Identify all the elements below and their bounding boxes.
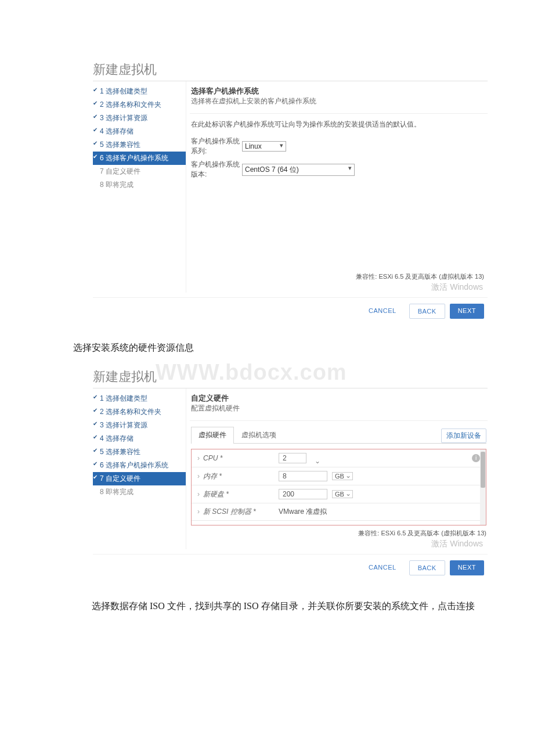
compat-footer: 兼容性: ESXi 6.5 及更高版本 (虚拟机版本 13) xyxy=(191,272,484,281)
back-button[interactable]: BACK xyxy=(409,560,445,575)
windows-activate-wm: 激活 Windows xyxy=(191,282,483,293)
wizard-dialog-step7: 新建虚拟机 1 选择创建类型 2 选择名称和文件夹 3 选择计算资源 4 选择存… xyxy=(93,368,488,581)
doc-caption-2: 选择数据存储 ISO 文件，找到共享的 ISO 存储目录，并关联你所要安装的系统… xyxy=(73,599,534,614)
back-button[interactable]: BACK xyxy=(409,304,445,319)
chevron-right-icon[interactable]: › xyxy=(197,472,200,480)
tab-virtual-hardware[interactable]: 虚拟硬件 xyxy=(191,427,234,444)
row-memory-label: 内存 * xyxy=(203,472,222,480)
step-4[interactable]: 4 选择存储 xyxy=(93,432,186,445)
next-button[interactable]: NEXT xyxy=(450,560,484,575)
windows-activate-wm: 激活 Windows xyxy=(191,539,483,549)
cpu-value-select[interactable]: 2 xyxy=(279,453,306,463)
memory-unit-select[interactable]: GB xyxy=(332,472,353,480)
hardware-list: ›CPU * 2 i ›内存 * 8 GB xyxy=(191,449,486,525)
row-disk-label: 新硬盘 * xyxy=(203,490,229,498)
wizard-dialog-step6: 新建虚拟机 1 选择创建类型 2 选择名称和文件夹 3 选择计算资源 4 选择存… xyxy=(93,61,488,325)
step-8: 8 即将完成 xyxy=(93,485,186,499)
scsi-value: VMware 准虚拟 xyxy=(279,507,327,517)
step-1[interactable]: 1 选择创建类型 xyxy=(93,392,186,405)
step-5[interactable]: 5 选择兼容性 xyxy=(93,445,186,459)
step-3[interactable]: 3 选择计算资源 xyxy=(93,419,186,432)
next-button[interactable]: NEXT xyxy=(450,304,484,319)
step-6[interactable]: 6 选择客户机操作系统 xyxy=(93,459,186,472)
row-scsi-label: 新 SCSI 控制器 * xyxy=(203,507,256,516)
cancel-button[interactable]: CANCEL xyxy=(360,560,405,575)
hardware-scrollbar[interactable] xyxy=(480,449,486,525)
dialog-title: 新建虚拟机 xyxy=(93,61,488,78)
memory-value-input[interactable]: 8 xyxy=(279,471,327,481)
wizard-content: 自定义硬件 配置虚拟机硬件 虚拟硬件 虚拟机选项 添加新设备 ›CPU * 2 xyxy=(186,388,488,549)
cancel-button[interactable]: CANCEL xyxy=(360,304,405,319)
row-network-label: 新网络 * xyxy=(203,525,229,525)
content-subtitle: 选择将在虚拟机上安装的客户机操作系统 xyxy=(191,96,486,106)
step-2[interactable]: 2 选择名称和文件夹 xyxy=(93,98,186,111)
chevron-right-icon[interactable]: › xyxy=(197,507,200,516)
chevron-right-icon[interactable]: › xyxy=(197,525,200,525)
tab-vm-options[interactable]: 虚拟机选项 xyxy=(234,427,284,443)
compat-footer: 兼容性: ESXi 6.5 及更高版本 (虚拟机版本 13) xyxy=(191,529,486,538)
info-icon[interactable]: i xyxy=(472,454,480,462)
content-desc: 在此处标识客户机操作系统可让向导为操作系统的安装提供适当的默认值。 xyxy=(191,120,486,129)
step-8: 8 即将完成 xyxy=(93,178,186,192)
wizard-steps-sidebar: 1 选择创建类型 2 选择名称和文件夹 3 选择计算资源 4 选择存储 5 选择… xyxy=(93,388,186,549)
chevron-right-icon[interactable]: › xyxy=(197,490,200,498)
step-6[interactable]: 6 选择客户机操作系统 xyxy=(93,152,186,165)
step-5[interactable]: 5 选择兼容性 xyxy=(93,138,186,152)
add-device-button[interactable]: 添加新设备 xyxy=(441,429,486,443)
connect-label: 连接 xyxy=(466,524,480,525)
os-version-select[interactable]: CentOS 7 (64 位) xyxy=(242,164,355,176)
disk-unit-select[interactable]: GB xyxy=(332,490,353,498)
chevron-right-icon[interactable]: › xyxy=(197,454,200,462)
row-cpu-label: CPU * xyxy=(203,454,222,462)
os-family-select[interactable]: Linux xyxy=(242,141,286,152)
dialog-title: 新建虚拟机 xyxy=(93,368,488,386)
content-subtitle: 配置虚拟机硬件 xyxy=(191,404,486,413)
disk-value-input[interactable]: 200 xyxy=(279,489,327,499)
wizard-content: 选择客户机操作系统 选择将在虚拟机上安装的客户机操作系统 在此处标识客户机操作系… xyxy=(186,81,488,293)
os-family-label: 客户机操作系统系列: xyxy=(191,136,242,156)
wizard-steps-sidebar: 1 选择创建类型 2 选择名称和文件夹 3 选择计算资源 4 选择存储 5 选择… xyxy=(93,81,186,293)
step-7: 7 自定义硬件 xyxy=(93,165,186,178)
os-version-label: 客户机操作系统版本: xyxy=(191,160,242,179)
content-title: 选择客户机操作系统 xyxy=(191,86,486,96)
content-title: 自定义硬件 xyxy=(191,393,486,404)
step-4[interactable]: 4 选择存储 xyxy=(93,125,186,138)
step-7[interactable]: 7 自定义硬件 xyxy=(93,472,186,485)
doc-caption-1: 选择安装系统的硬件资源信息 xyxy=(73,342,534,354)
step-2[interactable]: 2 选择名称和文件夹 xyxy=(93,405,186,419)
step-1[interactable]: 1 选择创建类型 xyxy=(93,85,186,98)
step-3[interactable]: 3 选择计算资源 xyxy=(93,111,186,125)
